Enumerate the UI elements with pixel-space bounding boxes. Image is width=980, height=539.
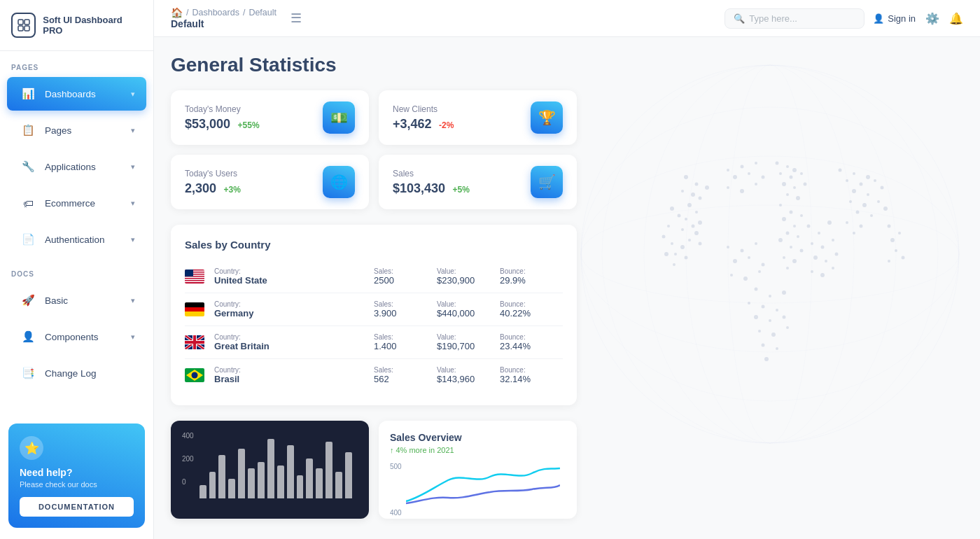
docs-section-label: DOCS — [0, 258, 153, 282]
stat-card-clients: New Clients +3,462 -2% 🏆 — [379, 90, 577, 145]
breadcrumb-dashboards[interactable]: Dashboards — [192, 8, 239, 18]
country-name-2: Great Britain — [214, 341, 374, 351]
country-name-0: United State — [214, 275, 374, 286]
sidebar-item-changelog-label: Change Log — [45, 368, 97, 379]
users-value: 2,300 — [185, 181, 216, 195]
svg-rect-2 — [18, 26, 23, 31]
sidebar-item-authentication[interactable]: 📄 Authentication ▾ — [7, 223, 146, 256]
svg-rect-0 — [18, 20, 23, 24]
svg-rect-140 — [185, 312, 204, 316]
clients-label: New Clients — [393, 104, 454, 114]
flag-us — [185, 270, 204, 284]
sales-value: $103,430 — [393, 181, 445, 195]
stat-card-users: Today's Users 2,300 +3% 🌐 — [171, 155, 369, 209]
sales-icon: 🛒 — [531, 166, 563, 198]
sidebar-item-components[interactable]: 👤 Components ▾ — [7, 320, 146, 354]
sidebar-item-dashboards-label: Dashboards — [45, 89, 96, 99]
sales-overview-title: Sales Overview — [390, 432, 566, 443]
hamburger-icon[interactable]: ☰ — [285, 8, 307, 29]
app-name: Soft UI Dashboard PRO — [43, 15, 142, 36]
svg-rect-137 — [185, 270, 193, 276]
basic-chevron: ▾ — [131, 296, 135, 305]
content-area: General Statistics Today's Money $53,000… — [154, 37, 980, 539]
sales-col-label-1: Sales: — [374, 300, 437, 308]
flag-br — [185, 368, 204, 382]
basic-icon: 🚀 — [18, 290, 38, 310]
sidebar-item-dashboards[interactable]: 📊 Dashboards ▾ — [7, 77, 146, 111]
sidebar-item-basic-label: Basic — [45, 295, 68, 306]
bar — [258, 462, 265, 498]
clients-icon: 🏆 — [531, 102, 563, 134]
chart-y-400: 400 — [182, 432, 194, 440]
bar — [248, 468, 255, 498]
bounce-val-2: 23.44% — [500, 341, 563, 351]
bar-chart-card: 400 200 0 — [171, 421, 369, 519]
applications-chevron: ▾ — [131, 162, 135, 172]
documentation-button[interactable]: DOCUMENTATION — [20, 497, 134, 517]
sidebar-item-applications-label: Applications — [45, 162, 96, 172]
search-bar[interactable]: 🔍 — [724, 8, 864, 29]
flag-de — [185, 302, 204, 316]
sales-val-3: 562 — [374, 374, 437, 384]
value-val-3: $143,960 — [437, 374, 500, 384]
bottom-charts-row: 400 200 0 — [171, 421, 577, 519]
bar — [345, 452, 352, 499]
svg-rect-3 — [24, 26, 29, 31]
clients-change: -2% — [439, 120, 454, 130]
sidebar-item-components-label: Components — [45, 332, 99, 342]
sidebar-item-basic[interactable]: 🚀 Basic ▾ — [7, 284, 146, 317]
sidebar-logo: Soft UI Dashboard PRO — [0, 0, 153, 51]
table-row: Country: United State Sales: 2500 Value:… — [185, 260, 563, 293]
bar — [209, 472, 216, 498]
sales-by-country-card: Sales by Country — [171, 225, 577, 405]
sales-country-title: Sales by Country — [185, 239, 563, 251]
sales-val-2: 1.400 — [374, 341, 437, 351]
breadcrumb-current-title: Default — [171, 18, 276, 29]
chart-y-200: 200 — [182, 455, 194, 463]
sidebar-item-ecommerce-label: Ecommerce — [45, 198, 95, 209]
country-name-1: Germany — [214, 308, 374, 318]
bar-chart-bars — [194, 432, 358, 498]
country-label-3: Country: — [214, 366, 374, 374]
content-inner: General Statistics Today's Money $53,000… — [171, 54, 963, 519]
pages-section-label: PAGES — [0, 51, 153, 76]
search-input[interactable] — [749, 13, 847, 24]
sales-overview-chart: 500 — [390, 460, 566, 505]
settings-icon[interactable]: ⚙️ — [925, 12, 939, 25]
value-val-2: $190,700 — [437, 341, 500, 351]
country-name-3: Brasil — [214, 374, 374, 384]
sidebar-item-ecommerce[interactable]: 🏷 Ecommerce ▾ — [7, 186, 146, 220]
value-val-0: $230,900 — [437, 275, 500, 286]
bar — [316, 468, 323, 498]
bounce-col-label-2: Bounce: — [500, 333, 563, 341]
sidebar-item-pages[interactable]: 📋 Pages ▾ — [7, 113, 146, 147]
home-icon[interactable]: 🏠 — [171, 7, 183, 18]
breadcrumb: 🏠 / Dashboards / Default Default — [171, 7, 276, 29]
ecommerce-chevron: ▾ — [131, 199, 135, 208]
sidebar-item-changelog[interactable]: 📑 Change Log — [7, 356, 146, 390]
money-label: Today's Money — [185, 104, 260, 114]
bar — [200, 485, 206, 498]
bounce-val-3: 32.14% — [500, 374, 563, 384]
so-y-500: 500 — [390, 463, 402, 470]
sign-in-button[interactable]: 👤 Sign in — [873, 13, 916, 24]
dashboards-chevron: ▾ — [131, 90, 135, 99]
value-val-1: $440,000 — [437, 308, 500, 318]
bar — [287, 445, 294, 498]
sales-col-label-0: Sales: — [374, 267, 437, 275]
search-icon: 🔍 — [734, 13, 745, 24]
value-col-label-3: Value: — [437, 366, 500, 374]
svg-rect-136 — [185, 281, 204, 283]
bounce-col-label-0: Bounce: — [500, 267, 563, 275]
svg-point-148 — [192, 372, 198, 379]
applications-icon: 🔧 — [18, 157, 38, 176]
sidebar-item-applications[interactable]: 🔧 Applications ▾ — [7, 150, 146, 183]
value-col-label-1: Value: — [437, 300, 500, 308]
pages-chevron: ▾ — [131, 126, 135, 135]
bell-icon[interactable]: 🔔 — [949, 12, 963, 25]
bounce-col-label-1: Bounce: — [500, 300, 563, 308]
users-label: Today's Users — [185, 169, 241, 178]
table-row: Country: Great Britain Sales: 1.400 Valu… — [185, 326, 563, 359]
value-col-label-0: Value: — [437, 267, 500, 275]
components-icon: 👤 — [18, 327, 38, 346]
